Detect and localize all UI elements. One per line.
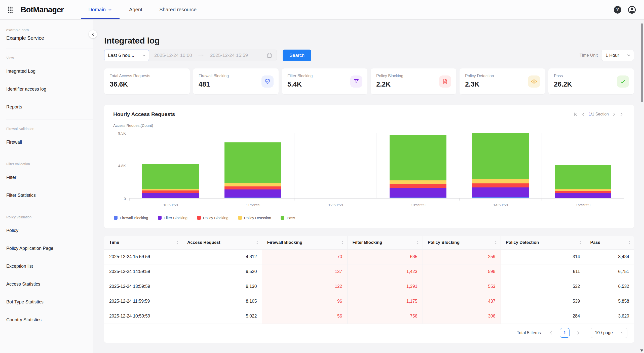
help-icon[interactable]: ? — [614, 6, 621, 14]
bar-segment-filter-blocking[interactable] — [142, 193, 199, 198]
column-header-policy-blocking[interactable]: Policy Blocking — [423, 236, 501, 249]
bar-segment-firewall-blocking[interactable] — [142, 198, 199, 199]
column-header-firewall-blocking[interactable]: Firewall Blocking — [262, 236, 347, 249]
bar-segment-policy-blocking[interactable] — [555, 191, 612, 193]
navbar: BotManager DomainAgentShared resource ? — [0, 0, 644, 20]
pagination-total: Total 5 items — [517, 330, 541, 335]
sidebar-item-reports[interactable]: Reports — [6, 98, 93, 116]
log-table-card: TimeAccess RequestFirewall BlockingFilte… — [104, 236, 634, 343]
bar-segment-policy-detection[interactable] — [555, 189, 612, 191]
sidebar-item-filter[interactable]: Filter — [6, 169, 93, 186]
stat-card-policy-detection: Policy Detection2.3K — [460, 68, 545, 94]
first-section-icon[interactable] — [573, 112, 578, 117]
column-header-access-request[interactable]: Access Request — [182, 236, 262, 249]
chart-slot-10-59-59 — [129, 133, 212, 198]
table-row: 2025-12-24 11:59:598,105961,1754375395,8… — [104, 294, 634, 309]
stats-cards: Total Access Requests36.6KFirewall Block… — [104, 68, 634, 94]
column-header-inner: Access Request — [187, 240, 258, 245]
tab-domain[interactable]: Domain — [85, 0, 115, 19]
bar-segment-policy-detection[interactable] — [224, 183, 281, 186]
sidebar-item-filter-statistics[interactable]: Filter Statistics — [6, 186, 93, 204]
page-1-button[interactable]: 1 — [560, 328, 570, 338]
stat-card-value: 36.6K — [110, 81, 184, 88]
column-header-policy-detection[interactable]: Policy Detection — [501, 236, 585, 249]
cell-policy-detection: 284 — [501, 309, 585, 324]
bar-segment-firewall-blocking[interactable] — [472, 197, 529, 198]
sidebar-section-label: View — [6, 56, 93, 60]
user-avatar-icon[interactable] — [627, 5, 636, 14]
cell-firewall-blocking: 56 — [262, 309, 347, 324]
stacked-bar-11-59-59[interactable] — [224, 142, 281, 198]
date-range-input: 2025-12-24 10:00 2025-12-24 15:59 — [147, 50, 277, 61]
sidebar-collapse-button[interactable] — [89, 30, 97, 38]
sidebar-item-access-statistics[interactable]: Access Statistics — [6, 275, 93, 293]
bar-segment-policy-blocking[interactable] — [142, 190, 199, 192]
bar-segment-filter-blocking[interactable] — [555, 193, 612, 198]
bar-segment-policy-blocking[interactable] — [224, 186, 281, 189]
sidebar-item-country-statistics[interactable]: Country Statistics — [6, 311, 93, 329]
bar-segment-policy-detection[interactable] — [472, 179, 529, 183]
last-section-icon[interactable] — [620, 112, 624, 117]
bar-segment-filter-blocking[interactable] — [472, 187, 529, 197]
cell-time: 2025-12-24 14:59:59 — [104, 264, 182, 279]
section-current: 1 — [589, 112, 591, 116]
app-logo[interactable]: BotManager — [21, 5, 64, 14]
bar-segment-firewall-blocking[interactable] — [224, 198, 281, 198]
search-button[interactable]: Search — [283, 50, 311, 61]
page-size-select[interactable]: 10 / page — [591, 328, 627, 338]
sidebar-service-name[interactable]: Example Service — [6, 35, 93, 41]
stacked-bar-13-59-59[interactable] — [390, 135, 446, 198]
legend-item-filter-blocking[interactable]: Filter Blocking — [158, 216, 187, 220]
sidebar-item-policy[interactable]: Policy — [6, 222, 93, 240]
sidebar-item-exception-list[interactable]: Exception list — [6, 257, 93, 275]
time-range-select[interactable]: Last 6 hou... — [104, 50, 149, 61]
legend-item-policy-detection[interactable]: Policy Detection — [238, 216, 271, 220]
sidebar-item-policy-application-page[interactable]: Policy Application Page — [6, 240, 93, 257]
legend-item-pass[interactable]: Pass — [281, 216, 295, 220]
bar-segment-pass[interactable] — [224, 142, 281, 183]
tab-shared-resource[interactable]: Shared resource — [156, 0, 200, 19]
column-header-pass[interactable]: Pass — [585, 236, 634, 249]
next-page-icon[interactable] — [576, 331, 581, 335]
scrollbar-thumb[interactable] — [641, 23, 643, 102]
bar-segment-firewall-blocking[interactable] — [555, 198, 612, 198]
sidebar-section-firewall-validation: Firewall validationFirewall — [6, 120, 93, 155]
tab-label: Agent — [129, 7, 142, 13]
bar-segment-policy-detection[interactable] — [142, 189, 199, 191]
bar-segment-pass[interactable] — [390, 135, 446, 180]
bar-segment-policy-blocking[interactable] — [472, 183, 529, 187]
time-unit-select[interactable]: 1 Hour — [601, 50, 634, 61]
bar-segment-pass[interactable] — [142, 164, 199, 189]
legend-item-policy-blocking[interactable]: Policy Blocking — [197, 216, 229, 220]
bar-segment-policy-blocking[interactable] — [390, 184, 446, 188]
table-row: 2025-12-24 10:59:595,022567563062843,620 — [104, 309, 634, 324]
y-axis-title: Access Request(Count) — [113, 123, 624, 128]
sidebar-item-bot-type-statistics[interactable]: Bot Type Statistics — [6, 293, 93, 311]
column-header-filter-blocking[interactable]: Filter Blocking — [347, 236, 423, 249]
column-header-label: Policy Detection — [506, 240, 539, 245]
sidebar-item-integrated-log[interactable]: Integrated Log — [6, 62, 93, 80]
bar-segment-filter-blocking[interactable] — [390, 188, 446, 198]
apps-grid-icon[interactable] — [8, 6, 14, 14]
next-section-icon[interactable] — [612, 112, 617, 117]
sidebar-item-identifier-access-log[interactable]: Identifier access log — [6, 80, 93, 98]
tab-agent[interactable]: Agent — [126, 0, 145, 19]
bar-segment-firewall-blocking[interactable] — [390, 198, 446, 198]
legend-item-firewall-blocking[interactable]: Firewall Blocking — [114, 216, 148, 220]
sidebar-section-label: Firewall validation — [6, 127, 93, 131]
chevron-left-icon — [91, 32, 95, 36]
prev-section-icon[interactable] — [581, 112, 586, 117]
filter-row: Last 6 hou... 2025-12-24 10:00 2025-12-2… — [104, 50, 634, 61]
stacked-bar-10-59-59[interactable] — [142, 164, 199, 198]
column-header-time[interactable]: Time — [104, 236, 182, 249]
stacked-bar-14-59-59[interactable] — [472, 133, 529, 198]
prev-page-icon[interactable] — [549, 331, 553, 335]
legend-label: Policy Blocking — [203, 216, 229, 220]
bar-segment-filter-blocking[interactable] — [224, 189, 281, 198]
scroll-down-arrow-icon[interactable] — [640, 349, 643, 352]
stacked-bar-15-59-59[interactable] — [555, 165, 612, 198]
sidebar-item-firewall[interactable]: Firewall — [6, 133, 93, 151]
bar-segment-pass[interactable] — [555, 165, 612, 189]
bar-segment-pass[interactable] — [472, 133, 529, 179]
bar-segment-policy-detection[interactable] — [390, 180, 446, 184]
